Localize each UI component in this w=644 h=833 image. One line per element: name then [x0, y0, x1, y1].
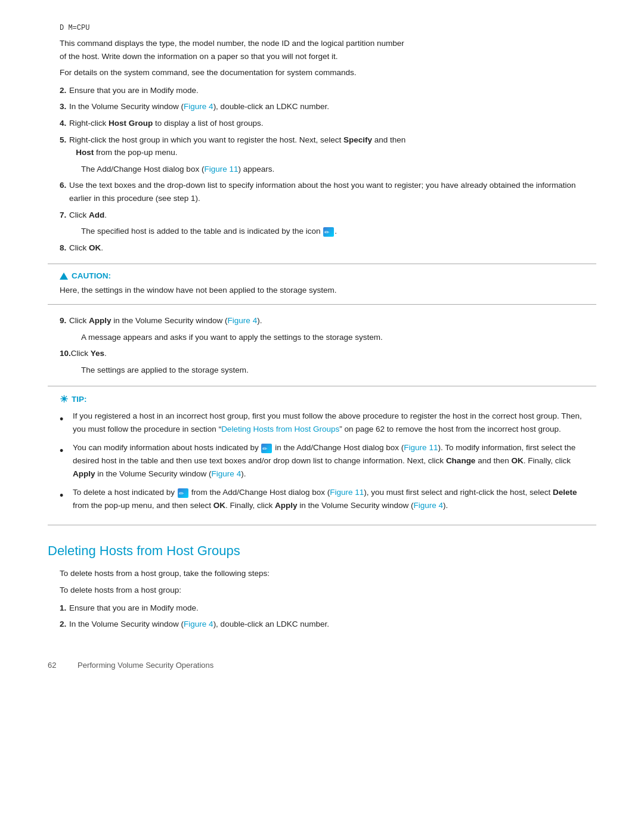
main-steps-list: 2. Ensure that you are in Modify mode. 3… — [48, 84, 596, 255]
step-2-content: Ensure that you are in Modify mode. — [69, 84, 596, 97]
footer-text: Performing Volume Security Operations — [78, 661, 213, 670]
step-10-num: 10. — [48, 347, 71, 360]
figure4-link-1[interactable]: Figure 4 — [184, 102, 213, 111]
step-8: 8. Click OK. — [48, 241, 596, 255]
cmd-desc-1: This command displays the type, the mode… — [60, 37, 596, 63]
step-5-num: 5. — [48, 134, 69, 159]
step-6: 6. Use the text boxes and the drop-down … — [48, 179, 596, 205]
caution-box: CAUTION: Here, the settings in the windo… — [48, 264, 596, 305]
tip-sun-icon: ☀ — [60, 394, 68, 405]
step-10-content: Click Yes. — [71, 347, 596, 360]
step-4-num: 4. — [48, 117, 69, 130]
figure4-link-2[interactable]: Figure 4 — [228, 316, 258, 325]
step-9-sub: A message appears and asks if you want t… — [81, 331, 596, 344]
tip-item-3: • To delete a host indicated by from the… — [60, 486, 584, 512]
edit-icon-2 — [261, 444, 272, 453]
main-steps-list-2: 9. Click Apply in the Volume Security wi… — [48, 314, 596, 376]
step-7-content: Click Add. — [69, 209, 596, 222]
step-9: 9. Click Apply in the Volume Security wi… — [48, 314, 596, 327]
section-intro-1: To delete hosts from a host group, take … — [60, 567, 596, 580]
tip-2-content: You can modify information about hosts i… — [73, 441, 584, 480]
caution-triangle-icon — [60, 272, 68, 280]
section-step-2: 2. In the Volume Security window (Figure… — [48, 618, 596, 631]
tip-1-content: If you registered a host in an incorrect… — [73, 410, 584, 435]
footer: 62 Performing Volume Security Operations — [48, 655, 596, 670]
step-7-sub: The specified host is added to the table… — [81, 225, 596, 238]
step-10: 10. Click Yes. — [48, 347, 596, 360]
figure4-link-3[interactable]: Figure 4 — [212, 469, 242, 478]
bullet-icon-1: • — [60, 411, 69, 428]
step-7-num: 7. — [48, 209, 69, 222]
step-9-num: 9. — [48, 314, 69, 327]
figure4-link-5[interactable]: Figure 4 — [184, 620, 213, 628]
edit-icon-1 — [323, 227, 334, 237]
step-9-content: Click Apply in the Volume Security windo… — [69, 314, 596, 327]
edit-icon-3 — [178, 488, 188, 498]
step-5: 5. Right-click the host group in which y… — [48, 134, 596, 159]
step-2: 2. Ensure that you are in Modify mode. — [48, 84, 596, 97]
page-container: D M=CPU This command displays the type, … — [0, 0, 644, 705]
tip-item-1: • If you registered a host in an incorre… — [60, 410, 584, 435]
step-5-content: Right-click the host group in which you … — [69, 134, 596, 159]
step-4-content: Right-click Host Group to display a list… — [69, 117, 596, 130]
section-step-2-num: 2. — [48, 618, 69, 631]
figure4-link-4[interactable]: Figure 4 — [414, 501, 444, 510]
step-7: 7. Click Add. — [48, 209, 596, 222]
section-step-1-content: Ensure that you are in Modify mode. — [69, 602, 596, 615]
caution-text: Here, the settings in the window have no… — [60, 284, 584, 297]
tip-box: ☀ TIP: • If you registered a host in an … — [48, 386, 596, 525]
bullet-icon-2: • — [60, 442, 69, 460]
step-2-num: 2. — [48, 84, 69, 97]
caution-title: CAUTION: — [60, 271, 584, 280]
bullet-icon-3: • — [60, 487, 69, 504]
step-3-content: In the Volume Security window (Figure 4)… — [69, 100, 596, 113]
step-8-content: Click OK. — [69, 241, 596, 255]
section-step-1: 1. Ensure that you are in Modify mode. — [48, 602, 596, 615]
figure11-link-1[interactable]: Figure 11 — [204, 165, 238, 174]
figure11-link-2[interactable]: Figure 11 — [404, 443, 438, 452]
section-steps-list: 1. Ensure that you are in Modify mode. 2… — [48, 602, 596, 631]
step-3: 3. In the Volume Security window (Figure… — [48, 100, 596, 113]
tip-3-content: To delete a host indicated by from the A… — [73, 486, 584, 512]
step-5-sub: The Add/Change Host dialog box (Figure 1… — [81, 163, 596, 176]
step-10-sub: The settings are applied to the storage … — [81, 364, 596, 377]
section-heading: Deleting Hosts from Host Groups — [48, 543, 596, 559]
tip-list: • If you registered a host in an incorre… — [60, 410, 584, 512]
deleting-hosts-link[interactable]: Deleting Hosts from Host Groups — [221, 425, 339, 433]
step-6-content: Use the text boxes and the drop-down lis… — [69, 179, 596, 205]
tip-item-2: • You can modify information about hosts… — [60, 441, 584, 480]
footer-page-num: 62 — [48, 661, 66, 670]
step-4: 4. Right-click Host Group to display a l… — [48, 117, 596, 130]
tip-title: ☀ TIP: — [60, 394, 584, 405]
step-8-num: 8. — [48, 241, 69, 255]
figure11-link-3[interactable]: Figure 11 — [330, 488, 364, 497]
section-intro-2: To delete hosts from a host group: — [60, 584, 596, 597]
code-line: D M=CPU — [60, 24, 596, 32]
step-6-num: 6. — [48, 179, 69, 205]
section-step-2-content: In the Volume Security window (Figure 4)… — [69, 618, 596, 631]
step-3-num: 3. — [48, 100, 69, 113]
section-step-1-num: 1. — [48, 602, 69, 615]
cmd-desc-2: For details on the system command, see t… — [60, 66, 596, 79]
